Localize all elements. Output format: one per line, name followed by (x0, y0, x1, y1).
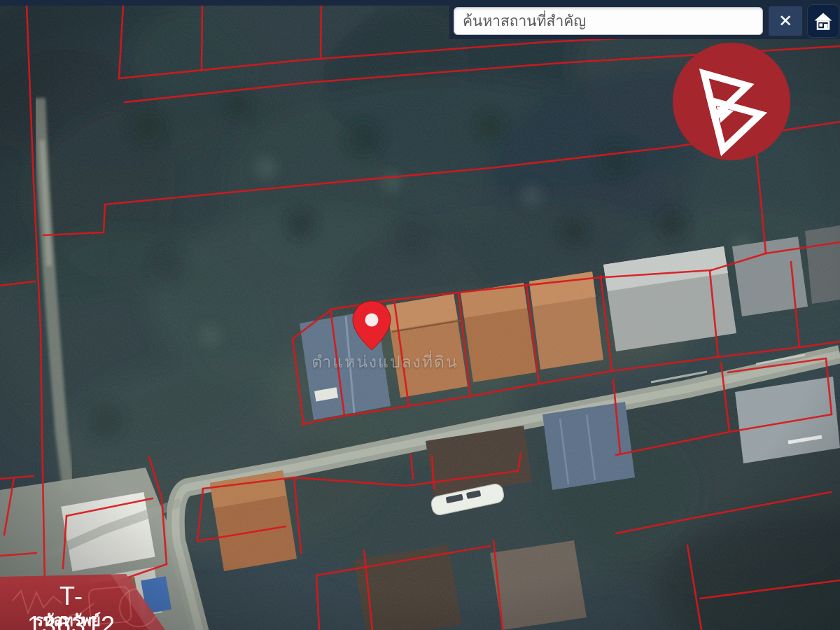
satellite-map[interactable] (0, 0, 840, 630)
home-button[interactable] (808, 5, 839, 37)
close-button[interactable]: ✕ (769, 6, 802, 36)
search-input[interactable] (454, 7, 763, 35)
home-icon (813, 10, 834, 31)
map-viewer: ตำแหน่งแปลงที่ดิน T-136312 รหัสทรัพย์ ✕ (0, 0, 840, 630)
property-code-label: รหัสทรัพย์ (15, 608, 120, 630)
